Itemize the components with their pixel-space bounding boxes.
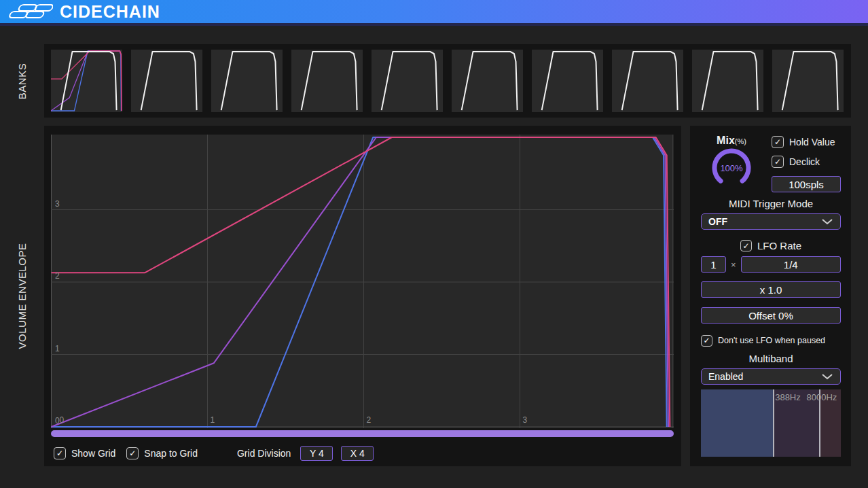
thumb-default-curve <box>61 52 117 110</box>
thumb-default-curve <box>622 52 678 110</box>
thumb-default-curve <box>141 52 197 110</box>
multiband-value: Enabled <box>708 371 743 382</box>
bank-thumbnail-3[interactable] <box>211 50 283 112</box>
crossover-frequency-label: 388Hz <box>775 392 801 402</box>
mix-label: Mix(%) <box>717 135 746 147</box>
declick-time-field[interactable]: 100spls <box>772 176 841 192</box>
envelope-plot[interactable]: 01230123 <box>51 135 674 428</box>
midi-trigger-mode-label: MIDI Trigger Mode <box>701 198 841 209</box>
declick-label: Declick <box>789 156 820 167</box>
thumb-curve-purple <box>51 51 122 111</box>
lfo-rate-label: LFO Rate <box>757 240 801 251</box>
declick-checkbox[interactable] <box>772 156 784 168</box>
multiband-dropdown[interactable]: Enabled <box>701 368 841 385</box>
show-grid-label: Show Grid <box>71 448 115 459</box>
bank-thumbnail-4[interactable] <box>291 50 363 112</box>
hold-value-label: Hold Value <box>789 137 835 147</box>
bank-thumbnail-6[interactable] <box>452 50 523 112</box>
envelope-scrollbar[interactable] <box>51 430 674 437</box>
thumb-curve-blue <box>51 51 121 111</box>
bank-thumbnail-5[interactable] <box>372 50 443 112</box>
thumb-default-curve <box>302 52 357 110</box>
thumb-default-curve <box>462 52 518 110</box>
bank-thumbnail-10[interactable] <box>772 50 844 112</box>
bank-thumbnail-2[interactable] <box>131 50 202 112</box>
thumb-default-curve <box>382 52 437 110</box>
thumb-default-curve <box>221 52 277 110</box>
banks-section-label: BANKS <box>0 44 44 118</box>
snap-to-grid-label: Snap to Grid <box>144 448 198 459</box>
envelope-curves[interactable] <box>51 135 674 428</box>
hold-value-checkbox[interactable] <box>772 136 784 148</box>
thumb-default-curve <box>782 52 838 110</box>
lfo-rate-division-field[interactable]: 1/4 <box>741 256 841 273</box>
show-grid-checkbox[interactable] <box>54 447 66 459</box>
midi-trigger-mode-dropdown[interactable]: OFF <box>701 213 841 230</box>
envelope-footer: Show Grid Snap to Grid Grid Division Y 4… <box>54 444 374 463</box>
frequency-band-1[interactable] <box>701 389 773 457</box>
grid-division-label: Grid Division <box>237 448 291 459</box>
cidechain-logo-icon <box>8 2 53 21</box>
volume-envelope-section-label: VOLUME ENVELOPE <box>0 126 44 466</box>
lfo-rate-checkbox[interactable] <box>740 240 752 251</box>
chevron-down-icon <box>821 373 833 380</box>
snap-to-grid-checkbox[interactable] <box>126 447 139 459</box>
thumb-curve-pink <box>51 51 122 111</box>
app-window: CIDECHAIN BANKS VOLUME ENVELOPE 01230123… <box>0 0 868 488</box>
lfo-pause-label: Don't use LFO when paused <box>718 336 825 345</box>
lfo-pause-checkbox[interactable] <box>701 335 712 347</box>
offset-button[interactable]: Offset 0% <box>701 307 841 324</box>
app-title: CIDECHAIN <box>60 2 160 22</box>
multiband-crossover-display[interactable]: 388Hz8000Hz <box>701 389 841 457</box>
mix-knob[interactable]: 100% <box>710 148 753 189</box>
banks-panel <box>44 44 851 118</box>
mix-value: 100% <box>720 163 743 173</box>
crossover-frequency-label: 8000Hz <box>807 392 837 402</box>
midi-trigger-mode-value: OFF <box>708 216 727 227</box>
thumb-default-curve <box>702 52 758 110</box>
bank-thumbnail-9[interactable] <box>692 50 763 112</box>
volume-envelope-panel: 01230123 Show Grid Snap to Grid Grid Div… <box>44 126 681 466</box>
crossover-divider[interactable] <box>773 389 774 457</box>
bank-thumbnail-1[interactable] <box>51 50 122 112</box>
bank-thumbnail-7[interactable] <box>532 50 603 112</box>
thumb-default-curve <box>542 52 598 110</box>
rate-scale-button[interactable]: x 1.0 <box>701 281 841 298</box>
control-panel: Mix(%) 100% Hold Value Declick 100spls M… <box>690 126 851 466</box>
lfo-rate-multiplier-field[interactable]: 1 <box>701 256 726 273</box>
header-bar: CIDECHAIN <box>0 0 868 26</box>
bank-thumbnail-8[interactable] <box>612 50 683 112</box>
multiband-label: Multiband <box>701 353 841 364</box>
multiply-symbol: × <box>731 260 736 270</box>
y-division-button[interactable]: Y 4 <box>300 446 333 461</box>
chevron-down-icon <box>821 218 833 225</box>
x-division-button[interactable]: X 4 <box>341 446 374 461</box>
